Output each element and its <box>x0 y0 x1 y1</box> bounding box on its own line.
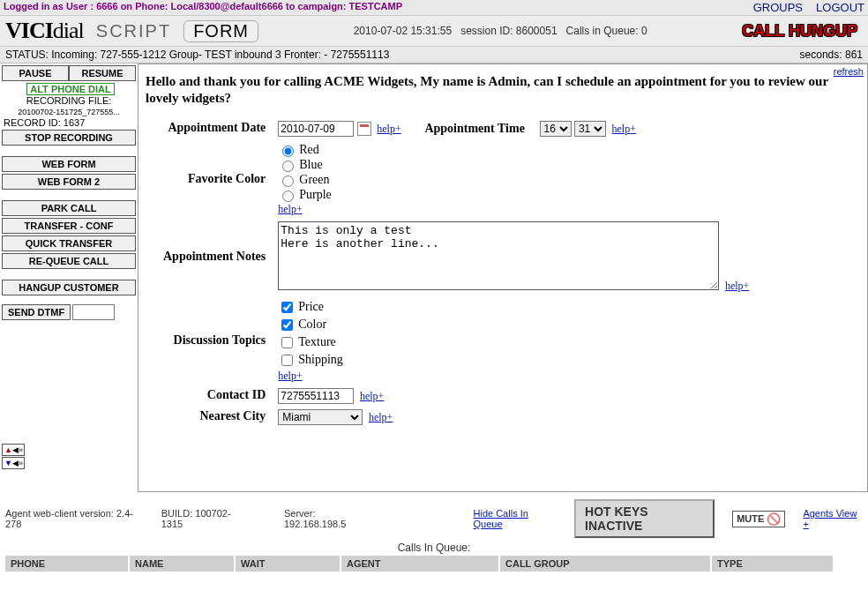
logout-link[interactable]: LOGOUT <box>816 1 864 14</box>
help-contact-id[interactable]: help+ <box>360 390 384 402</box>
quick-transfer-button[interactable]: QUICK TRANSFER <box>2 235 136 251</box>
col-group: CALL GROUP <box>499 556 711 572</box>
call-status: CALL HUNGUP <box>742 22 863 41</box>
sidebar: PAUSE RESUME ALT PHONE DIAL RECORDING FI… <box>0 64 138 492</box>
label-contact-id: Contact ID <box>158 386 271 406</box>
appt-date-input[interactable] <box>278 121 354 137</box>
park-call-button[interactable]: PARK CALL <box>2 200 136 216</box>
color-green-radio[interactable] <box>282 176 294 187</box>
alt-phone-dial[interactable]: ALT PHONE DIAL <box>26 83 114 95</box>
volume-up-icon[interactable]: ▲◀» <box>2 444 25 456</box>
rec-file-name: 20100702-151725_727555... <box>18 108 120 116</box>
topic-shipping-checkbox[interactable] <box>281 355 293 366</box>
requeue-call-button[interactable]: RE-QUEUE CALL <box>2 253 136 269</box>
label-fav-color: Favorite Color <box>158 140 271 218</box>
record-id-row: RECORD ID: 1637 <box>2 117 136 128</box>
queue-count: 0 <box>641 25 647 37</box>
nearest-city-select[interactable]: Miami <box>278 409 363 425</box>
mute-button[interactable]: MUTE 🚫 <box>732 511 785 527</box>
logo-thin: dial <box>53 18 84 43</box>
volume-down-icon[interactable]: ▼◀» <box>2 457 25 469</box>
label-nearest-city: Nearest City <box>158 407 271 427</box>
pause-button[interactable]: PAUSE <box>2 65 69 81</box>
hangup-customer-button[interactable]: HANGUP CUSTOMER <box>2 280 136 295</box>
header-bar: VICIdial SCRIPT FORM 2010-07-02 15:31:55… <box>0 16 868 47</box>
dtmf-input[interactable] <box>72 304 115 320</box>
agents-view-link[interactable]: Agents View + <box>803 508 863 529</box>
col-name: NAME <box>129 556 235 572</box>
queue-table: PHONE NAME WAIT AGENT CALL GROUP TYPE <box>5 556 834 572</box>
content-area: refresh Hello and thank you for calling … <box>138 64 868 492</box>
logo: VICIdial <box>5 18 84 44</box>
help-appt-date[interactable]: help+ <box>377 123 400 135</box>
groups-link[interactable]: GROUPS <box>753 1 803 14</box>
bottom-panel: Agent web-client version: 2.4-278 BUILD:… <box>0 497 868 572</box>
status-left: STATUS: Incoming: 727-555-1212 Group- TE… <box>5 49 389 61</box>
label-notes: Appointment Notes <box>158 220 271 295</box>
form-table: Appointment Date help+ Appointment Time … <box>156 117 756 429</box>
session-id: 8600051 <box>516 25 557 37</box>
logo-bold: VICI <box>5 18 53 43</box>
col-type: TYPE <box>711 556 834 572</box>
topic-color-checkbox[interactable] <box>281 319 293 331</box>
col-phone: PHONE <box>5 556 129 572</box>
recording-info: ALT PHONE DIAL RECORDING FILE: 20100702-… <box>2 81 136 117</box>
transfer-conf-button[interactable]: TRANSFER - CONF <box>2 218 136 234</box>
col-agent: AGENT <box>340 556 499 572</box>
resume-button[interactable]: RESUME <box>69 65 136 81</box>
mute-icon: 🚫 <box>767 512 781 526</box>
login-info: Logged in as User : 6666 on Phone: Local… <box>4 1 402 14</box>
help-fav-color[interactable]: help+ <box>278 203 302 215</box>
build-text: BUILD: 100702-1315 <box>161 508 249 529</box>
top-bar: Logged in as User : 6666 on Phone: Local… <box>0 0 868 16</box>
label-appt-time: Appointment Time <box>424 122 533 135</box>
notes-textarea[interactable]: This is only a test Here is another line… <box>278 221 719 290</box>
datetime: 2010-07-02 15:31:55 <box>354 25 452 37</box>
help-city[interactable]: help+ <box>369 411 393 423</box>
color-purple-radio[interactable] <box>282 191 294 202</box>
status-seconds: seconds: 861 <box>800 49 863 61</box>
stop-recording-button[interactable]: STOP RECORDING <box>2 130 136 146</box>
server-text: Server: 192.168.198.5 <box>284 508 377 529</box>
color-red-radio[interactable] <box>282 146 294 157</box>
topic-texture-checkbox[interactable] <box>281 337 293 348</box>
session-label: session ID: <box>460 25 513 37</box>
calendar-icon[interactable] <box>357 122 371 136</box>
help-notes[interactable]: help+ <box>725 280 749 292</box>
topic-price-checkbox[interactable] <box>281 302 293 313</box>
label-topics: Discussion Topics <box>158 296 271 385</box>
send-dtmf-button[interactable]: SEND DTMF <box>2 304 71 320</box>
rec-file-label: RECORDING FILE: <box>26 95 112 106</box>
tab-script[interactable]: SCRIPT <box>91 21 176 41</box>
version-text: Agent web-client version: 2.4-278 <box>5 508 144 529</box>
color-blue-radio[interactable] <box>282 161 294 172</box>
web-form-button[interactable]: WEB FORM <box>2 156 136 172</box>
status-bar: STATUS: Incoming: 727-555-1212 Group- TE… <box>0 47 868 64</box>
refresh-link[interactable]: refresh <box>834 66 864 77</box>
col-wait: WAIT <box>235 556 340 572</box>
help-topics[interactable]: help+ <box>278 370 302 382</box>
web-form-2-button[interactable]: WEB FORM 2 <box>2 174 136 190</box>
queue-header: Calls In Queue: <box>0 540 868 556</box>
appt-min-select[interactable]: 31 <box>574 121 606 137</box>
volume-controls: ▲◀» ▼◀» <box>2 444 136 469</box>
label-appt-date: Appointment Date <box>158 119 271 138</box>
help-appt-time[interactable]: help+ <box>612 123 636 135</box>
hide-queue-link[interactable]: Hide Calls In Queue <box>474 508 557 529</box>
header-center: 2010-07-02 15:31:55 session ID: 8600051 … <box>266 25 735 37</box>
tab-form[interactable]: FORM <box>183 20 258 42</box>
queue-label: Calls in Queue: <box>566 25 639 37</box>
contact-id-input[interactable] <box>278 388 354 404</box>
script-text: Hello and thank you for calling ACME Wid… <box>138 64 867 110</box>
hotkeys-button[interactable]: HOT KEYS INACTIVE <box>574 499 715 538</box>
appt-hour-select[interactable]: 16 <box>540 121 572 137</box>
